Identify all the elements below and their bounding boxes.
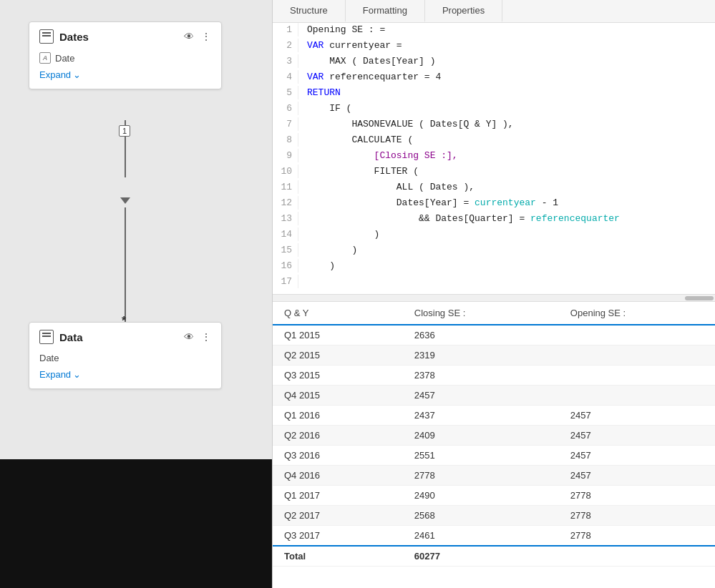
table-row: Q2 201725682778 bbox=[273, 506, 715, 526]
line-content-5: RETURN bbox=[298, 86, 341, 99]
tab-formatting[interactable]: Formatting bbox=[346, 0, 425, 22]
cell-closing-3: 2457 bbox=[403, 386, 559, 406]
connector-line-bottom bbox=[125, 207, 126, 322]
code-line-6: 6 IF ( bbox=[273, 102, 715, 117]
cell-qy-4: Q1 2016 bbox=[273, 406, 403, 426]
code-line-9: 9 [Closing SE :], bbox=[273, 149, 715, 165]
black-area bbox=[0, 459, 272, 588]
data-title: Data bbox=[59, 331, 83, 343]
line-number-7: 7 bbox=[273, 117, 298, 131]
line-number-3: 3 bbox=[273, 54, 298, 68]
dates-card: Dates 👁 ⋮ A Date Expand ⌄ bbox=[29, 21, 222, 89]
line-number-10: 10 bbox=[273, 165, 298, 178]
cell-closing-7: 2778 bbox=[403, 466, 559, 486]
dates-title-left: Dates bbox=[39, 29, 89, 44]
line-content-7: HASONEVALUE ( Dates[Q & Y] ), bbox=[298, 117, 514, 131]
data-more-icon[interactable]: ⋮ bbox=[201, 331, 211, 343]
data-eye-icon[interactable]: 👁 bbox=[184, 331, 194, 343]
code-line-1: 1Opening SE : = bbox=[273, 23, 715, 39]
cell-opening-0 bbox=[559, 325, 715, 346]
cell-qy-7: Q4 2016 bbox=[273, 466, 403, 486]
h-scroll-thumb[interactable] bbox=[685, 296, 714, 300]
code-line-11: 11 ALL ( Dates ), bbox=[273, 180, 715, 196]
cell-qy-3: Q4 2015 bbox=[273, 386, 403, 406]
cell-qy-2: Q3 2015 bbox=[273, 366, 403, 386]
dates-table-icon bbox=[39, 29, 54, 44]
data-table-area[interactable]: Q & Y Closing SE : Opening SE : Q1 20152… bbox=[273, 302, 715, 588]
data-table-icon bbox=[39, 330, 54, 344]
cell-closing-4: 2437 bbox=[403, 406, 559, 426]
dates-expand-chevron: ⌄ bbox=[73, 69, 81, 80]
code-editor[interactable]: 1Opening SE : =2VAR currentyear =3 MAX (… bbox=[273, 23, 715, 295]
table-row: Q2 20152319 bbox=[273, 346, 715, 366]
cell-closing-1: 2319 bbox=[403, 346, 559, 366]
table-row: Q3 20152378 bbox=[273, 366, 715, 386]
col-header-opening: Opening SE : bbox=[559, 302, 715, 325]
line-content-15: ) bbox=[298, 243, 357, 257]
data-card: Data 👁 ⋮ Date Expand ⌄ bbox=[29, 322, 222, 389]
more-icon[interactable]: ⋮ bbox=[201, 31, 211, 42]
cell-opening-6: 2457 bbox=[559, 446, 715, 466]
cell-opening-9: 2778 bbox=[559, 506, 715, 526]
line-content-16: ) bbox=[298, 259, 335, 273]
dates-expand-link[interactable]: Expand ⌄ bbox=[39, 69, 211, 80]
table-row: Q1 20152636 bbox=[273, 325, 715, 346]
eye-icon[interactable]: 👁 bbox=[184, 31, 194, 42]
line-number-17: 17 bbox=[273, 275, 298, 288]
cell-closing-2: 2378 bbox=[403, 366, 559, 386]
diagram-panel: Dates 👁 ⋮ A Date Expand ⌄ 1 * Data bbox=[0, 0, 272, 588]
line-number-16: 16 bbox=[273, 259, 298, 273]
tab-bar: Structure Formatting Properties bbox=[273, 0, 715, 23]
connector-badge-one: 1 bbox=[119, 125, 130, 137]
table-header-row: Q & Y Closing SE : Opening SE : bbox=[273, 302, 715, 325]
line-content-8: CALCULATE ( bbox=[298, 133, 413, 147]
data-expand-chevron: ⌄ bbox=[73, 369, 81, 380]
total-label: Total bbox=[273, 546, 403, 567]
data-card-actions[interactable]: 👁 ⋮ bbox=[184, 331, 211, 343]
cell-opening-10: 2778 bbox=[559, 526, 715, 547]
line-number-12: 12 bbox=[273, 196, 298, 210]
dates-date-field: A Date bbox=[39, 49, 211, 67]
line-content-13: && Dates[Quarter] = referencequarter bbox=[298, 212, 620, 225]
data-expand-text: Expand bbox=[39, 369, 71, 380]
cell-closing-10: 2461 bbox=[403, 526, 559, 547]
tab-properties[interactable]: Properties bbox=[425, 0, 502, 22]
code-line-14: 14 ) bbox=[273, 227, 715, 243]
line-number-11: 11 bbox=[273, 180, 298, 194]
line-content-2: VAR currentyear = bbox=[298, 39, 402, 52]
dates-expand-text: Expand bbox=[39, 69, 71, 80]
cell-qy-9: Q2 2017 bbox=[273, 506, 403, 526]
data-card-header: Data 👁 ⋮ bbox=[39, 330, 211, 344]
h-scroll-bar[interactable] bbox=[273, 295, 715, 302]
cell-opening-8: 2778 bbox=[559, 486, 715, 506]
data-expand-link[interactable]: Expand ⌄ bbox=[39, 369, 211, 380]
cell-opening-4: 2457 bbox=[559, 406, 715, 426]
dates-card-actions[interactable]: 👁 ⋮ bbox=[184, 31, 211, 42]
connector-arrow bbox=[120, 197, 130, 204]
cell-closing-9: 2568 bbox=[403, 506, 559, 526]
cell-closing-0: 2636 bbox=[403, 325, 559, 346]
cell-opening-5: 2457 bbox=[559, 426, 715, 446]
result-table: Q & Y Closing SE : Opening SE : Q1 20152… bbox=[273, 302, 715, 567]
line-content-1: Opening SE : = bbox=[298, 23, 385, 36]
code-line-10: 10 FILTER ( bbox=[273, 165, 715, 180]
line-content-6: IF ( bbox=[298, 102, 351, 115]
code-line-7: 7 HASONEVALUE ( Dates[Q & Y] ), bbox=[273, 117, 715, 133]
dates-title: Dates bbox=[59, 31, 89, 43]
tab-structure[interactable]: Structure bbox=[273, 0, 346, 22]
table-row: Q2 201624092457 bbox=[273, 426, 715, 446]
cell-qy-8: Q1 2017 bbox=[273, 486, 403, 506]
cell-opening-3 bbox=[559, 386, 715, 406]
line-content-9: [Closing SE :], bbox=[298, 149, 458, 162]
table-row: Q1 201624372457 bbox=[273, 406, 715, 426]
cell-opening-2 bbox=[559, 366, 715, 386]
code-line-12: 12 Dates[Year] = currentyear - 1 bbox=[273, 196, 715, 212]
col-header-closing: Closing SE : bbox=[403, 302, 559, 325]
data-field-label: Date bbox=[39, 353, 59, 363]
line-number-6: 6 bbox=[273, 102, 298, 115]
line-number-13: 13 bbox=[273, 212, 298, 225]
right-panel: Structure Formatting Properties 1Opening… bbox=[272, 0, 715, 588]
code-line-17: 17 bbox=[273, 275, 715, 290]
line-content-17 bbox=[298, 275, 307, 278]
line-number-9: 9 bbox=[273, 149, 298, 162]
